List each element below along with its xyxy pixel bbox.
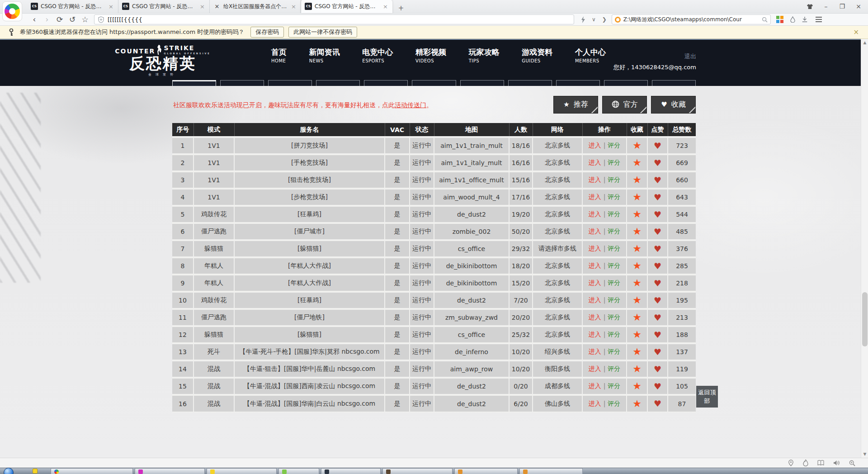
cell-favorite[interactable]: ★ xyxy=(627,292,647,309)
restore-button[interactable]: ❐ xyxy=(835,1,849,12)
cell-favorite[interactable]: ★ xyxy=(627,223,647,240)
site-nav-item[interactable]: 精彩视频 VIDEOS xyxy=(415,47,446,63)
heart-icon[interactable]: ♥ xyxy=(654,398,661,408)
star-icon[interactable]: ★ xyxy=(632,380,642,392)
cell-like[interactable]: ♥ xyxy=(647,343,668,360)
site-nav-item[interactable]: 个人中心 MEMBERS xyxy=(575,47,606,63)
rate-link[interactable]: 评分 xyxy=(608,210,620,218)
taskbar-button[interactable] xyxy=(207,468,277,474)
server-filter-subtab[interactable] xyxy=(652,80,696,86)
heart-icon[interactable]: ♥ xyxy=(654,313,661,322)
star-icon[interactable]: ★ xyxy=(632,312,642,323)
cell-like[interactable]: ♥ xyxy=(647,257,668,275)
cell-favorite[interactable]: ★ xyxy=(627,395,647,412)
cell-like[interactable]: ♥ xyxy=(647,326,668,343)
heart-icon[interactable]: ♥ xyxy=(654,381,661,391)
save-password-button[interactable]: 保存密码 xyxy=(250,27,284,38)
enter-link[interactable]: 进入 xyxy=(589,262,601,269)
cell-like[interactable]: ♥ xyxy=(647,154,668,171)
scroll-up-icon[interactable]: ▲ xyxy=(861,39,868,46)
rate-link[interactable]: 评分 xyxy=(608,245,620,252)
cell-like[interactable]: ♥ xyxy=(647,223,668,240)
quicklaunch-icon[interactable] xyxy=(33,469,38,474)
flame-icon[interactable] xyxy=(803,460,808,466)
rate-link[interactable]: 评分 xyxy=(608,262,620,269)
server-filter-subtab[interactable] xyxy=(412,80,456,86)
close-button[interactable]: × xyxy=(852,1,865,12)
star-icon[interactable]: ★ xyxy=(632,140,642,151)
rate-link[interactable]: 评分 xyxy=(608,365,620,372)
favorites-button[interactable]: ♥ 收藏 xyxy=(651,96,696,114)
enter-link[interactable]: 进入 xyxy=(589,365,601,372)
notification-close-icon[interactable]: × xyxy=(849,28,863,36)
star-icon[interactable]: ★ xyxy=(632,191,642,203)
browser-tab[interactable]: CS CSGO 官方网站 - 反恐精英 × xyxy=(301,0,392,13)
forward-icon[interactable]: › xyxy=(41,16,53,24)
cell-favorite[interactable]: ★ xyxy=(627,206,647,223)
speaker-icon[interactable] xyxy=(833,460,840,466)
taskbar-button[interactable] xyxy=(382,468,453,474)
magnifier-icon[interactable] xyxy=(849,460,855,466)
minimize-button[interactable]: – xyxy=(819,1,833,12)
site-nav-item[interactable]: 玩家攻略 TIPS xyxy=(469,47,500,63)
book-icon[interactable] xyxy=(817,460,824,466)
cell-favorite[interactable]: ★ xyxy=(627,137,647,154)
cell-like[interactable]: ♥ xyxy=(647,395,668,412)
activity-portal-link[interactable]: 活动传送门 xyxy=(395,101,426,109)
taskbar-button[interactable] xyxy=(51,468,133,474)
server-filter-subtab[interactable] xyxy=(220,80,264,86)
search-box[interactable]: Z:\网络游戏\CSGO\steamapps\common\Cour xyxy=(612,14,771,24)
heart-icon[interactable]: ♥ xyxy=(654,227,661,237)
rate-link[interactable]: 评分 xyxy=(608,313,620,321)
server-filter-subtab[interactable] xyxy=(172,80,216,86)
new-tab-button[interactable]: + xyxy=(394,3,408,13)
browser-tab[interactable]: CS CSGO 官方网站 - 反恐精英 × xyxy=(27,0,118,13)
browser-tab[interactable]: CS CSGO 官方网站 - 反恐精英 × xyxy=(118,0,210,13)
enter-link[interactable]: 进入 xyxy=(589,210,601,218)
cell-like[interactable]: ♥ xyxy=(647,360,668,378)
cell-like[interactable]: ♥ xyxy=(647,309,668,326)
cell-favorite[interactable]: ★ xyxy=(627,326,647,343)
star-icon[interactable]: ★ xyxy=(632,157,642,168)
cell-favorite[interactable]: ★ xyxy=(627,360,647,378)
enter-link[interactable]: 进入 xyxy=(589,159,601,166)
cell-like[interactable]: ♥ xyxy=(647,292,668,309)
cell-like[interactable]: ♥ xyxy=(647,378,668,395)
enter-link[interactable]: 进入 xyxy=(589,176,601,183)
heart-icon[interactable]: ♥ xyxy=(654,192,661,202)
heart-icon[interactable]: ♥ xyxy=(654,347,661,357)
cell-favorite[interactable]: ★ xyxy=(627,257,647,275)
cell-favorite[interactable]: ★ xyxy=(627,275,647,292)
search-input[interactable]: Z:\网络游戏\CSGO\steamapps\common\Cour xyxy=(623,16,762,24)
heart-icon[interactable]: ♥ xyxy=(654,278,661,288)
rate-link[interactable]: 评分 xyxy=(608,382,620,389)
cell-like[interactable]: ♥ xyxy=(647,240,668,257)
enter-link[interactable]: 进入 xyxy=(589,400,601,407)
enter-link[interactable]: 进入 xyxy=(589,279,601,286)
taskbar-button[interactable] xyxy=(135,468,205,474)
refresh-icon[interactable]: ⟳ xyxy=(53,16,66,24)
chevron-down-icon[interactable]: ∨ xyxy=(589,16,599,23)
rate-link[interactable]: 评分 xyxy=(608,296,620,303)
apps-grid-icon[interactable] xyxy=(773,16,787,23)
enter-link[interactable]: 进入 xyxy=(589,331,601,338)
rate-link[interactable]: 评分 xyxy=(608,228,620,235)
cell-favorite[interactable]: ★ xyxy=(627,378,647,395)
browser-logo[interactable] xyxy=(2,1,22,21)
heart-icon[interactable]: ♥ xyxy=(654,244,661,254)
back-icon[interactable]: ‹ xyxy=(28,16,41,24)
enter-link[interactable]: 进入 xyxy=(589,142,601,149)
address-text[interactable]: [[[[[[[{{{{{ xyxy=(108,16,142,23)
chevron-right-icon[interactable]: ❯ xyxy=(599,16,610,23)
site-nav-item[interactable]: 首页 HOME xyxy=(271,47,287,63)
official-button[interactable]: 官方 xyxy=(602,96,647,114)
recommended-button[interactable]: ★ 推荐 xyxy=(553,96,598,114)
cell-favorite[interactable]: ★ xyxy=(627,189,647,206)
rate-link[interactable]: 评分 xyxy=(608,348,620,355)
server-filter-subtab[interactable] xyxy=(364,80,408,86)
heart-icon[interactable]: ♥ xyxy=(654,158,661,168)
server-filter-subtab[interactable] xyxy=(508,80,552,86)
tab-close-icon[interactable]: × xyxy=(199,3,206,10)
droplet-icon[interactable] xyxy=(787,16,798,23)
heart-icon[interactable]: ♥ xyxy=(654,141,661,151)
